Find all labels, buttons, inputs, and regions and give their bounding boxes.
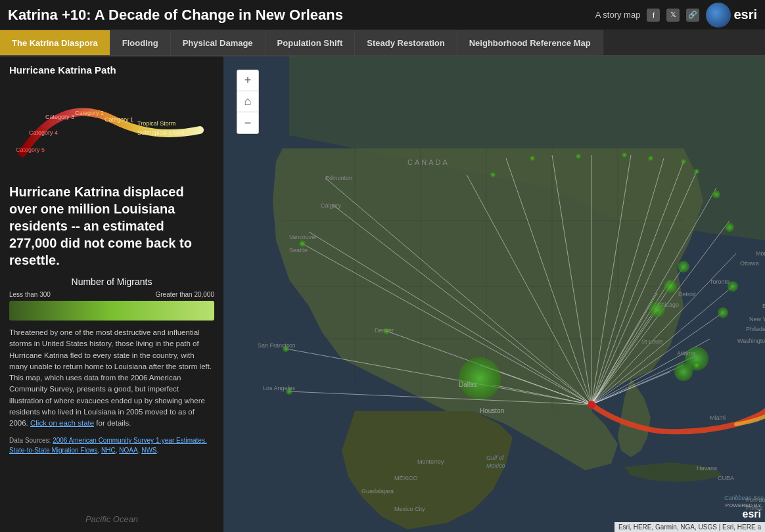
svg-text:Toronto: Toronto [710, 278, 730, 285]
legend-title: Hurricane Katrina Path [9, 64, 214, 76]
tab-steady-restoration[interactable]: Steady Restoration [355, 30, 457, 55]
svg-point-47 [678, 261, 689, 273]
svg-text:San Francisco: San Francisco [258, 342, 296, 349]
esri-globe-icon [706, 3, 731, 28]
migrants-gradient [9, 301, 214, 321]
svg-text:Vancouver: Vancouver [289, 234, 317, 240]
migrants-max: Greater than 20,000 [155, 291, 214, 298]
data-sources: Data Sources: 2006 American Community Su… [9, 435, 214, 455]
map-controls: + ⌂ − [237, 70, 259, 134]
svg-text:Boston: Boston [762, 303, 765, 309]
svg-point-54 [648, 156, 653, 161]
svg-text:Detroit: Detroit [678, 291, 696, 298]
svg-text:Los Angeles: Los Angeles [263, 385, 296, 391]
svg-text:Category 4: Category 4 [29, 129, 58, 136]
svg-text:Dallas: Dallas [459, 381, 477, 388]
svg-text:Atlanta: Atlanta [677, 350, 695, 357]
left-panel: Hurricane Katrina Path [0, 56, 223, 532]
svg-text:CANADA: CANADA [407, 158, 450, 166]
svg-point-52 [576, 154, 581, 159]
svg-text:St Louis: St Louis [641, 338, 663, 345]
map-area[interactable]: CANADA Edmonton Calgary Vancouver Seattl… [223, 56, 765, 532]
map-svg[interactable]: CANADA Edmonton Calgary Vancouver Seattl… [223, 56, 765, 532]
pacific-label: Pacific Ocean [9, 508, 214, 524]
svg-point-49 [693, 362, 700, 368]
boston-circle [712, 190, 720, 198]
svg-point-48 [718, 307, 728, 318]
svg-text:Havana: Havana [697, 465, 717, 472]
map-attribution: Esri, HERE, Garmin, NGA, USGS | Esri, HE… [614, 522, 765, 532]
storm-path-svg: Category 5 Category 4 Category 3 Categor… [9, 81, 206, 166]
esri-text: esri [733, 7, 757, 22]
svg-text:Category 3: Category 3 [45, 114, 74, 120]
migrants-scale: Less than 300 Greater than 20,000 [9, 291, 214, 298]
main-description: Hurricane Katrina displaced over one mil… [9, 183, 214, 269]
story-map-label: A story map [595, 10, 641, 20]
svg-text:Montreal: Montreal [756, 250, 765, 257]
app-header: Katrina +10: A Decade of Change in New O… [0, 0, 765, 30]
svg-text:Edmonton: Edmonton [325, 175, 352, 181]
click-each-state-link[interactable]: Click on each state [30, 419, 94, 427]
newyork-circle [725, 223, 734, 232]
tab-physical-damage[interactable]: Physical Damage [171, 30, 266, 55]
svg-text:Philadelphia: Philadelphia [746, 326, 765, 332]
svg-text:Mexico: Mexico [486, 462, 505, 469]
migrants-title: Number of Migrants [9, 277, 214, 287]
esri-logo: esri [706, 3, 757, 28]
svg-text:CUBA: CUBA [718, 475, 734, 481]
chicago-circle [664, 280, 677, 293]
svg-point-55 [681, 159, 686, 164]
svg-text:Chicago: Chicago [657, 301, 679, 308]
dallas-circle [459, 357, 501, 399]
tab-flooding[interactable]: Flooding [110, 30, 171, 55]
svg-point-56 [694, 169, 699, 174]
zoom-in-button[interactable]: + [237, 70, 258, 91]
nws-link[interactable]: NWS [141, 447, 156, 454]
nav-tabs: The Katrina Diaspora Flooding Physical D… [0, 30, 765, 56]
svg-text:Category 1: Category 1 [104, 116, 133, 123]
svg-text:Calgary: Calgary [321, 202, 342, 209]
svg-text:Houston: Houston [480, 407, 504, 414]
main-content: Hurricane Katrina Path [0, 56, 765, 532]
seattle-circle [299, 240, 306, 247]
link-icon[interactable]: 🔗 [686, 9, 699, 22]
tab-population-shift[interactable]: Population Shift [266, 30, 356, 55]
page-title: Katrina +10: A Decade of Change in New O… [8, 7, 343, 24]
powered-by: POWERED BY esri [726, 502, 761, 520]
origin-circle [588, 401, 595, 409]
svg-text:Monterrey: Monterrey [417, 458, 444, 465]
description-text: Threatened by one of the most destructiv… [9, 327, 214, 429]
facebook-icon[interactable]: f [647, 9, 660, 22]
zoom-out-button[interactable]: − [237, 112, 258, 133]
svg-text:Category 5: Category 5 [16, 146, 45, 153]
svg-point-51 [530, 156, 535, 161]
noaa-link[interactable]: NOAA [119, 447, 137, 454]
svg-text:Category 2: Category 2 [75, 110, 104, 116]
svg-text:Denver: Denver [375, 327, 394, 334]
svg-point-46 [674, 363, 693, 381]
svg-text:Subtropical Storm: Subtropical Storm [137, 129, 185, 136]
tab-diaspora[interactable]: The Katrina Diaspora [0, 30, 110, 55]
migrants-min: Less than 300 [9, 291, 51, 298]
data-sources-label: Data Sources: [9, 437, 53, 444]
svg-text:MÉXICO: MÉXICO [394, 475, 418, 481]
svg-text:Miami: Miami [710, 414, 726, 421]
svg-text:Tropical Storm: Tropical Storm [137, 120, 175, 127]
twitter-icon[interactable]: 𝕏 [666, 9, 680, 22]
header-right: A story map f 𝕏 🔗 esri [595, 3, 757, 28]
svg-text:Gulf of: Gulf of [486, 454, 505, 461]
svg-text:Ottawa: Ottawa [740, 260, 759, 267]
svg-text:New York: New York [749, 316, 765, 322]
nhc-link[interactable]: NHC [101, 447, 116, 454]
svg-text:Washington: Washington [737, 338, 765, 344]
svg-text:Seattle: Seattle [289, 247, 308, 254]
svg-text:Mexico City: Mexico City [394, 506, 425, 512]
svg-point-50 [490, 172, 496, 177]
home-button[interactable]: ⌂ [237, 91, 258, 112]
svg-text:Guadalajara: Guadalajara [361, 488, 394, 495]
storm-path-legend: Category 5 Category 4 Category 3 Categor… [9, 81, 214, 173]
click-suffix: for details. [96, 419, 131, 427]
svg-point-53 [622, 152, 627, 158]
tab-neighborhood-map[interactable]: Neighborhood Reference Map [457, 30, 603, 55]
